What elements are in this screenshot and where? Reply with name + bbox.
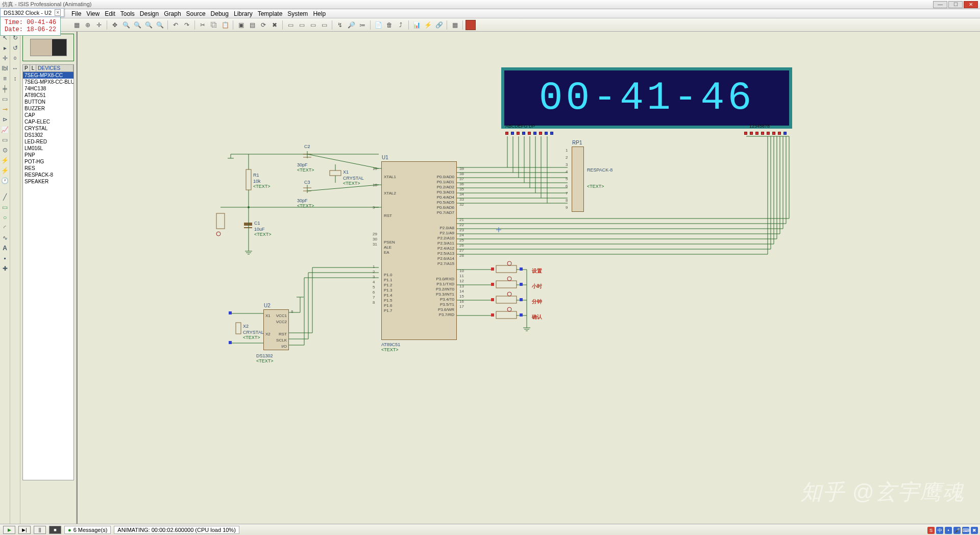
block-delete-icon[interactable]: ✖ — [270, 20, 280, 30]
menu-tools[interactable]: Tools — [120, 10, 135, 17]
sim-stop-button[interactable]: ■ — [49, 526, 61, 534]
circle-2d-icon[interactable]: ○ — [1, 213, 9, 222]
marker-icon[interactable]: ✚ — [1, 264, 9, 273]
schematic-canvas[interactable]: 00-41-46 ABCDEFG DP 12345678 U1 XTAL1XTA… — [77, 32, 980, 524]
search-icon[interactable]: 🔎 — [346, 20, 356, 30]
copy-icon[interactable]: ⿻ — [209, 20, 219, 30]
messages-field[interactable]: ●6 Message(s) — [64, 526, 111, 534]
new-sheet-icon[interactable]: 📄 — [373, 20, 383, 30]
current-probe-icon[interactable]: ⚡ — [1, 166, 9, 175]
overview-thumbnail[interactable] — [22, 34, 74, 61]
menu-view[interactable]: View — [86, 10, 100, 17]
ares-icon[interactable]: ▦ — [450, 20, 460, 30]
menu-design[interactable]: Design — [140, 10, 159, 17]
device-list-item[interactable]: 74HC138 — [23, 85, 74, 92]
document-tab-close-icon[interactable]: × — [55, 9, 61, 16]
package-icon[interactable]: ▭ — [308, 20, 318, 30]
menu-system[interactable]: System — [287, 10, 308, 17]
crosshair-icon[interactable]: ✛ — [94, 20, 104, 30]
stop-sim-icon[interactable] — [465, 20, 476, 30]
menu-help[interactable]: Help — [313, 10, 326, 17]
window-minimize-button[interactable]: — — [933, 1, 947, 8]
cut-icon[interactable]: ✂ — [198, 20, 208, 30]
pan-icon[interactable]: ✥ — [110, 20, 120, 30]
grid-icon[interactable]: ▦ — [71, 20, 82, 30]
device-list-item[interactable]: POT-HG — [23, 158, 74, 165]
angle-field[interactable]: 0 — [11, 54, 19, 62]
zoom-area-icon[interactable]: 🔍 — [155, 20, 165, 30]
library-button[interactable]: L — [30, 65, 37, 71]
device-list-item[interactable]: CAP-ELEC — [23, 118, 74, 125]
tray-icon-5[interactable]: ⌨ — [962, 527, 969, 534]
sim-pause-button[interactable]: || — [34, 526, 46, 534]
tray-icon-3[interactable]: • — [945, 527, 952, 534]
block-copy-icon[interactable]: ▣ — [236, 20, 246, 30]
undo-icon[interactable]: ↶ — [170, 20, 181, 30]
component-mode-icon[interactable]: ▸ — [1, 44, 9, 52]
label-mode-icon[interactable]: lbl — [1, 64, 9, 72]
menu-source[interactable]: Source — [186, 10, 206, 17]
window-maximize-button[interactable]: ☐ — [948, 1, 963, 8]
origin-icon[interactable]: ⊕ — [83, 20, 93, 30]
flip-h-icon[interactable]: ↔ — [11, 64, 19, 72]
device-list-item[interactable]: DS1302 — [23, 132, 74, 138]
path-2d-icon[interactable]: ∿ — [1, 234, 9, 242]
rotate-ccw-icon[interactable]: ↺ — [11, 44, 19, 52]
line-2d-icon[interactable]: ╱ — [1, 193, 9, 201]
block-rotate-icon[interactable]: ⟳ — [258, 20, 268, 30]
symbol-icon[interactable]: ▪ — [1, 254, 9, 262]
device-list-item[interactable]: LED-RED — [23, 138, 74, 145]
menu-library[interactable]: Library — [234, 10, 253, 17]
device-list-item[interactable]: RESPACK-8 — [23, 172, 74, 178]
decompose-icon[interactable]: ▭ — [319, 20, 329, 30]
redo-icon[interactable]: ↷ — [182, 20, 192, 30]
device-list[interactable]: 7SEG-MPX8-CC7SEG-MPX8-CC-BLUE74HC138AT89… — [22, 72, 74, 480]
paste-icon[interactable]: 📋 — [220, 20, 230, 30]
device-list-item[interactable]: 7SEG-MPX8-CC — [23, 72, 74, 79]
device-list-item[interactable]: CAP — [23, 112, 74, 118]
junction-mode-icon[interactable]: ✛ — [1, 54, 9, 62]
menu-file[interactable]: File — [71, 10, 81, 17]
menu-debug[interactable]: Debug — [211, 10, 229, 17]
device-list-item[interactable]: LM016L — [23, 145, 74, 152]
device-list-item[interactable]: SPEAKER — [23, 178, 74, 185]
erc-icon[interactable]: ⚡ — [423, 20, 433, 30]
device-pin-icon[interactable]: ⊳ — [1, 115, 9, 124]
bom-icon[interactable]: 📊 — [411, 20, 422, 30]
device-list-item[interactable]: AT89C51 — [23, 92, 74, 99]
property-icon[interactable]: ≔ — [357, 20, 368, 30]
zoom-fit-icon[interactable]: 🔍 — [143, 20, 154, 30]
flip-v-icon[interactable]: ↕ — [11, 75, 19, 83]
text-2d-icon[interactable]: A — [1, 244, 9, 252]
exit-sheet-icon[interactable]: ⤴ — [396, 20, 406, 30]
menu-graph[interactable]: Graph — [164, 10, 181, 17]
device-list-item[interactable]: 7SEG-MPX8-CC-BLUE — [23, 79, 74, 85]
zoom-in-icon[interactable]: 🔍 — [121, 20, 131, 30]
instrument-icon[interactable]: 🕐 — [1, 177, 9, 185]
device-list-item[interactable]: BUZZER — [23, 105, 74, 112]
generator-icon[interactable]: ⊙ — [1, 146, 9, 154]
block-move-icon[interactable]: ▤ — [247, 20, 257, 30]
graph-mode-icon[interactable]: 📈 — [1, 126, 9, 134]
document-tab[interactable]: DS1302 Clock - U2 × — [0, 8, 64, 17]
pick-device-icon[interactable]: ▭ — [285, 20, 296, 30]
menu-edit[interactable]: Edit — [105, 10, 115, 17]
tray-icon-1[interactable]: S — [927, 527, 935, 534]
delete-sheet-icon[interactable]: 🗑 — [384, 20, 395, 30]
sim-step-button[interactable]: ▶| — [18, 526, 31, 534]
bus-mode-icon[interactable]: ╪ — [1, 85, 9, 93]
make-device-icon[interactable]: ▭ — [297, 20, 307, 30]
text-script-icon[interactable]: ≡ — [1, 75, 9, 83]
tray-icon-6[interactable]: ✖ — [971, 527, 978, 534]
device-list-item[interactable]: PNP — [23, 152, 74, 158]
tray-icon-4[interactable]: 🎤 — [953, 527, 961, 534]
terminal-icon[interactable]: ⊸ — [1, 105, 9, 113]
netlist-icon[interactable]: 🔗 — [434, 20, 444, 30]
subcircuit-icon[interactable]: ▭ — [1, 95, 9, 103]
tray-icon-2[interactable]: 中 — [936, 527, 943, 534]
pick-button[interactable]: P — [23, 65, 30, 71]
window-close-button[interactable]: ✕ — [964, 1, 978, 8]
sim-play-button[interactable]: ▶ — [3, 526, 15, 534]
arc-2d-icon[interactable]: ◜ — [1, 224, 9, 232]
box-2d-icon[interactable]: ▭ — [1, 203, 9, 211]
